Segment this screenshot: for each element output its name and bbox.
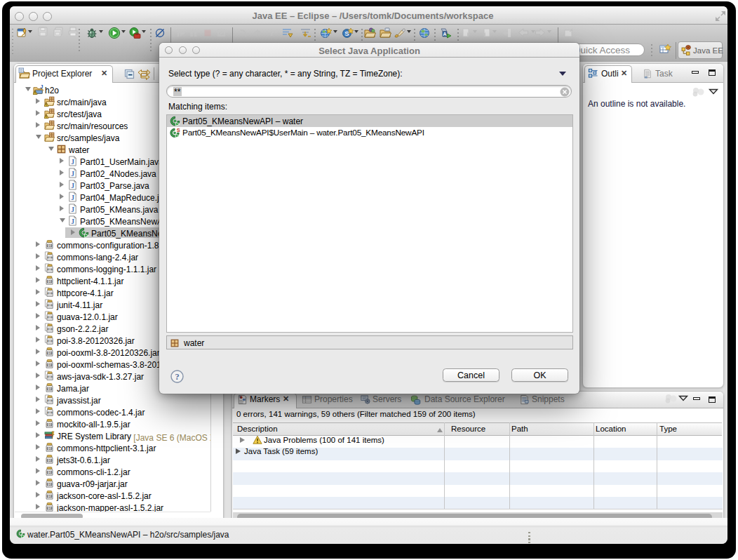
svg-text:?: ? xyxy=(175,372,179,382)
svg-text:A: A xyxy=(443,31,447,37)
